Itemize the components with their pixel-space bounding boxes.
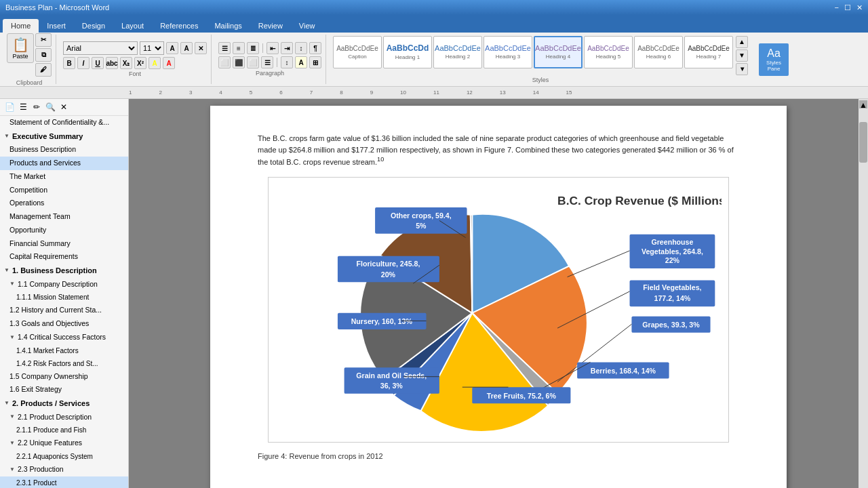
nav-section2[interactable]: ▼ 2. Products / Services: [0, 396, 128, 411]
styles-scroll-up[interactable]: ▲: [736, 36, 748, 48]
nav-11[interactable]: ▼ 1.1 Company Description: [0, 278, 128, 291]
nav-business-description-exec[interactable]: Business Description: [0, 143, 128, 157]
tab-layout[interactable]: Layout: [113, 19, 152, 33]
copy-button[interactable]: ⧉: [35, 48, 52, 62]
align-center-button[interactable]: ⬛: [233, 56, 245, 68]
nav-141-label: 1.4.1 Market Factors: [16, 346, 79, 356]
nav-15[interactable]: 1.5 Company Ownership: [0, 370, 128, 384]
bullets-button[interactable]: ☰: [218, 42, 231, 54]
line-spacing-button[interactable]: ↕: [281, 56, 293, 68]
nav-management-team[interactable]: Management Team: [0, 210, 128, 224]
font-color-button[interactable]: A: [163, 57, 175, 69]
title-bar: Business Plan - Microsoft Word − ☐ ✕: [0, 0, 868, 15]
nav-opportunity[interactable]: Opportunity: [0, 224, 128, 237]
align-right-button[interactable]: ⬜: [247, 56, 259, 68]
chart-title: B.C. Crop Revenue ($ Millions): [557, 194, 722, 207]
tab-view[interactable]: View: [291, 19, 323, 33]
nav-financial-summary[interactable]: Financial Summary: [0, 237, 128, 251]
scrollbar[interactable]: ▲: [859, 99, 868, 488]
align-left-button[interactable]: ⬜: [218, 56, 231, 68]
nav-221[interactable]: 2.2.1 Aquaponics System: [0, 450, 128, 463]
nav-142[interactable]: 1.4.2 Risk Factors and St...: [0, 357, 128, 370]
nav-16[interactable]: 1.6 Exit Strategy: [0, 383, 128, 396]
style-heading7[interactable]: AaBbCcDdEe Heading 7: [684, 36, 733, 68]
grow-font-button[interactable]: A: [166, 42, 178, 54]
sort-button[interactable]: ↕: [295, 42, 307, 54]
nav-111[interactable]: 1.1.1 Mission Statement: [0, 291, 128, 304]
close-nav-icon[interactable]: ✕: [58, 102, 69, 113]
nav-confidentiality[interactable]: Statement of Confidentiality &...: [0, 116, 128, 129]
nav-competition[interactable]: Competition: [0, 184, 128, 197]
nav-231[interactable]: 2.3.1 Product: [0, 476, 128, 488]
doc-icon[interactable]: 📄: [4, 102, 15, 113]
multilevel-button[interactable]: ≣: [247, 42, 259, 54]
nav-23[interactable]: ▼ 2.3 Production: [0, 463, 128, 476]
underline-button[interactable]: U: [92, 57, 104, 69]
decrease-indent-button[interactable]: ⇤: [267, 42, 279, 54]
nav-13[interactable]: 1.3 Goals and Objectives: [0, 317, 128, 331]
style-caption[interactable]: AaBbCcDdEe Caption: [333, 36, 382, 68]
font-name-select[interactable]: Arial: [63, 41, 138, 55]
strikethrough-button[interactable]: abc: [106, 57, 118, 69]
style-heading6[interactable]: AaBbCcDdEe Heading 6: [634, 36, 683, 68]
document-page: The B.C. crops farm gate value of $1.36 …: [210, 106, 787, 488]
increase-indent-button[interactable]: ⇥: [281, 42, 293, 54]
nav-capital-requirements[interactable]: Capital Requirements: [0, 250, 128, 264]
tab-references[interactable]: References: [152, 19, 206, 33]
nav-211[interactable]: 2.1.1 Produce and Fish: [0, 424, 128, 436]
clear-format-button[interactable]: ✕: [195, 42, 207, 54]
format-painter-button[interactable]: 🖌: [35, 63, 52, 77]
nav-12[interactable]: 1.2 History and Current Sta...: [0, 304, 128, 317]
style-heading3[interactable]: AaBbCcDdEe Heading 3: [484, 36, 532, 68]
nav-21[interactable]: ▼ 2.1 Product Description: [0, 411, 128, 424]
style-heading1[interactable]: AaBbCcDd Heading 1: [383, 36, 432, 68]
close-icon[interactable]: ✕: [856, 3, 863, 12]
justify-button[interactable]: ☰: [261, 56, 273, 68]
shrink-font-button[interactable]: A: [180, 42, 193, 54]
numbering-button[interactable]: ≡: [233, 42, 245, 54]
cut-button[interactable]: ✂: [35, 33, 52, 47]
nav-operations[interactable]: Operations: [0, 197, 128, 210]
nav-14[interactable]: ▼ 1.4 Critical Success Factors: [0, 331, 128, 344]
nav-22[interactable]: ▼ 2.2 Unique Features: [0, 436, 128, 450]
pie-chart: B.C. Crop Revenue ($ Millions): [275, 184, 722, 435]
style-heading2[interactable]: AaBbCcDdEe Heading 2: [433, 36, 482, 68]
subscript-button[interactable]: X₂: [120, 57, 132, 69]
nav-the-market[interactable]: The Market: [0, 170, 128, 184]
bold-button[interactable]: B: [63, 57, 75, 69]
nav-141[interactable]: 1.4.1 Market Factors: [0, 344, 128, 357]
tab-home[interactable]: Home: [3, 19, 39, 33]
minimize-icon[interactable]: −: [835, 3, 839, 12]
styles-pane-button[interactable]: Aa Styles Pane: [759, 43, 789, 76]
svg-text:Vegetables, 264.8,: Vegetables, 264.8,: [642, 247, 703, 256]
superscript-button[interactable]: X²: [134, 57, 146, 69]
tab-review[interactable]: Review: [250, 19, 291, 33]
border-button[interactable]: ⊞: [309, 56, 321, 68]
maximize-icon[interactable]: ☐: [844, 3, 851, 12]
style-heading5[interactable]: AaBbCcDdEe Heading 5: [584, 36, 633, 68]
show-hide-button[interactable]: ¶: [309, 42, 321, 54]
ruler: 123456789101112131415: [0, 87, 868, 99]
tab-mailings[interactable]: Mailings: [206, 19, 250, 33]
highlight-button[interactable]: A: [149, 57, 161, 69]
font-size-select[interactable]: 11: [140, 41, 164, 55]
scroll-up-button[interactable]: ▲: [859, 100, 867, 108]
shading-button[interactable]: A: [295, 56, 307, 68]
tab-insert[interactable]: Insert: [39, 19, 74, 33]
edit-icon[interactable]: ✏: [31, 102, 42, 113]
nav-products-services[interactable]: Products and Services: [0, 157, 128, 170]
style-heading4[interactable]: AaBbCcDdEe Heading 4: [534, 36, 583, 68]
clipboard-group: 📋 Paste ✂ ⧉ 🖌 Clipboard: [3, 35, 56, 84]
scroll-thumb[interactable]: [859, 122, 867, 163]
paste-button[interactable]: 📋 Paste: [7, 33, 34, 63]
styles-scroll-down[interactable]: ▼: [736, 49, 748, 62]
nav-competition-label: Competition: [9, 185, 47, 196]
list-icon[interactable]: ☰: [18, 102, 28, 113]
tab-design[interactable]: Design: [74, 19, 113, 33]
italic-button[interactable]: I: [77, 57, 90, 69]
nav-section1[interactable]: ▼ 1. Business Description: [0, 264, 128, 278]
search-icon[interactable]: 🔍: [45, 102, 56, 113]
document-area[interactable]: The B.C. crops farm gate value of $1.36 …: [129, 99, 868, 488]
styles-more[interactable]: ▾: [736, 63, 748, 75]
nav-executive-summary[interactable]: ▼ Executive Summary: [0, 129, 128, 144]
